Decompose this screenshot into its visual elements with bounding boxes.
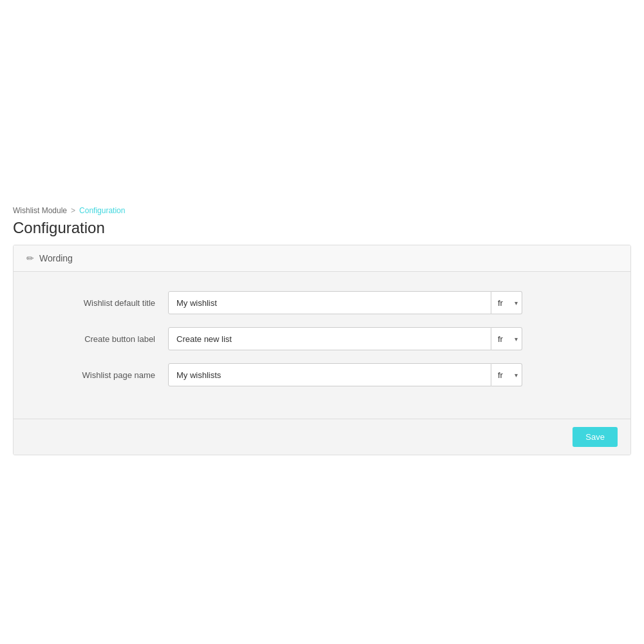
card-header-title: Wording (39, 253, 73, 263)
save-button[interactable]: Save (573, 427, 618, 447)
label-wishlist-default-title: Wishlist default title (26, 298, 168, 308)
breadcrumb-section: Wishlist Module > Configuration (0, 200, 644, 218)
card-footer: Save (14, 419, 630, 455)
form-group-wishlist-default-title: Wishlist default title fr en es de ▾ (26, 291, 618, 314)
configuration-card: ✏ Wording Wishlist default title fr en e… (13, 245, 631, 455)
lang-select-3[interactable]: fr en es de (491, 364, 522, 386)
page-wrapper: Wishlist Module > Configuration Configur… (0, 0, 644, 644)
input-create-button-label[interactable] (168, 327, 491, 350)
input-group-wishlist-default-title: fr en es de ▾ (168, 291, 522, 314)
input-wishlist-default-title[interactable] (168, 291, 491, 314)
top-area (0, 0, 644, 200)
lang-select-wrapper-3: fr en es de ▾ (491, 363, 522, 386)
input-group-wishlist-page-name: fr en es de ▾ (168, 363, 522, 386)
breadcrumb: Wishlist Module > Configuration (13, 206, 631, 215)
input-wishlist-page-name[interactable] (168, 363, 491, 386)
pencil-icon: ✏ (26, 253, 34, 263)
breadcrumb-parent: Wishlist Module (13, 206, 67, 215)
card-body: Wishlist default title fr en es de ▾ (14, 272, 630, 419)
lang-select-2[interactable]: fr en es de (491, 328, 522, 350)
page-title: Configuration (13, 219, 631, 237)
label-wishlist-page-name: Wishlist page name (26, 370, 168, 380)
lang-select-wrapper-2: fr en es de ▾ (491, 327, 522, 350)
content-area: Wishlist Module > Configuration Configur… (0, 200, 644, 455)
lang-select-wrapper-1: fr en es de ▾ (491, 291, 522, 314)
card-header: ✏ Wording (14, 245, 630, 272)
breadcrumb-current[interactable]: Configuration (79, 206, 125, 215)
lang-select-1[interactable]: fr en es de (491, 292, 522, 314)
breadcrumb-separator: > (71, 206, 75, 215)
page-title-section: Configuration (0, 218, 644, 245)
form-group-create-button-label: Create button label fr en es de ▾ (26, 327, 618, 350)
label-create-button-label: Create button label (26, 334, 168, 344)
input-group-create-button-label: fr en es de ▾ (168, 327, 522, 350)
form-group-wishlist-page-name: Wishlist page name fr en es de ▾ (26, 363, 618, 386)
